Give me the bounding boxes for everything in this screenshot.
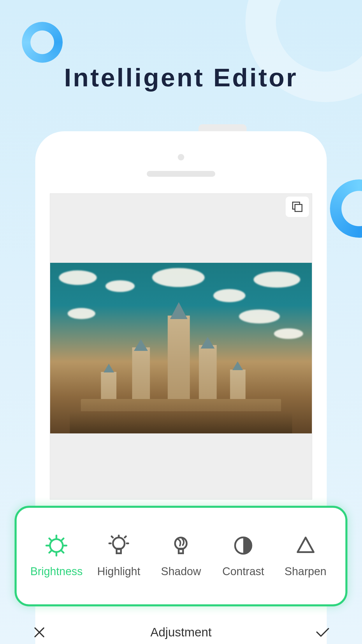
check-icon <box>316 627 330 638</box>
svg-rect-12 <box>117 549 121 553</box>
editor-canvas <box>50 193 312 500</box>
tool-label: Shadow <box>161 565 201 578</box>
svg-line-7 <box>49 538 51 540</box>
action-bar-title: Adjustment <box>150 625 212 639</box>
svg-rect-1 <box>295 204 302 211</box>
svg-line-10 <box>49 551 51 553</box>
svg-line-8 <box>62 551 64 553</box>
tool-label: Highlight <box>97 565 140 578</box>
action-bar: Adjustment <box>15 618 347 644</box>
tool-label: Sharpen <box>284 565 326 578</box>
tool-brightness[interactable]: Brightness <box>25 535 88 578</box>
phone-camera <box>178 154 184 160</box>
svg-point-2 <box>50 539 63 552</box>
photo-preview <box>50 263 312 433</box>
svg-rect-19 <box>179 549 183 553</box>
tool-label: Contrast <box>222 565 264 578</box>
adjustment-tools-panel: Brightness Highlight Shadow <box>15 506 347 606</box>
deco-circle-icon <box>22 22 63 63</box>
compare-button[interactable] <box>286 197 309 217</box>
compare-icon <box>291 201 303 213</box>
cancel-button[interactable] <box>32 625 47 640</box>
svg-line-16 <box>112 536 113 538</box>
tool-shadow[interactable]: Shadow <box>150 535 212 578</box>
phone-notch <box>198 124 247 131</box>
svg-point-11 <box>113 538 124 549</box>
confirm-button[interactable] <box>315 625 330 640</box>
phone-speaker <box>147 171 215 177</box>
tool-contrast[interactable]: Contrast <box>212 535 275 578</box>
svg-line-9 <box>62 538 64 540</box>
tool-sharpen[interactable]: Sharpen <box>274 535 337 578</box>
tool-highlight[interactable]: Highlight <box>88 535 150 578</box>
svg-line-17 <box>125 536 126 538</box>
sharpen-icon <box>295 535 317 556</box>
contrast-icon <box>232 535 254 556</box>
page-title: Intelligent Editor <box>0 63 362 92</box>
close-icon <box>33 626 45 638</box>
deco-circle-icon <box>330 179 362 238</box>
brightness-icon <box>45 535 67 556</box>
tool-label: Brightness <box>30 565 83 578</box>
shadow-icon <box>170 535 192 556</box>
highlight-icon <box>108 535 130 556</box>
